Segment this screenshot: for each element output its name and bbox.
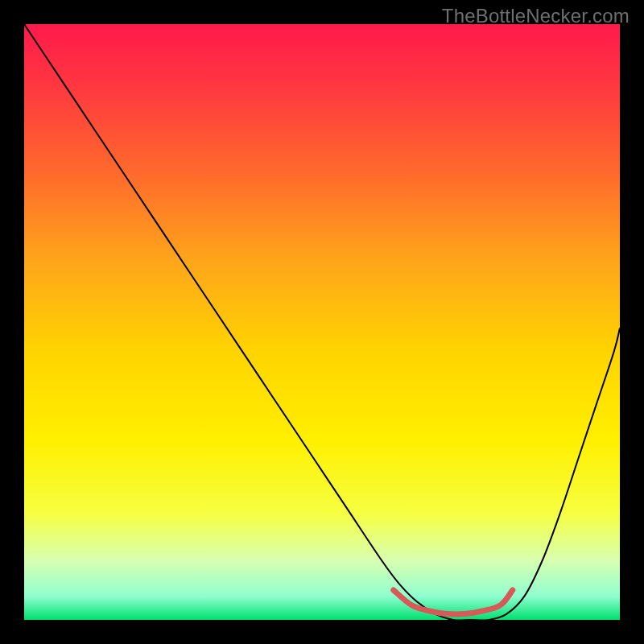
bottleneck-chart [24, 24, 620, 620]
chart-container: { "watermark": "TheBottleNecker.com", "c… [0, 0, 644, 644]
chart-svg [24, 24, 620, 620]
watermark-text: TheBottleNecker.com [442, 5, 630, 27]
chart-background [24, 24, 620, 620]
